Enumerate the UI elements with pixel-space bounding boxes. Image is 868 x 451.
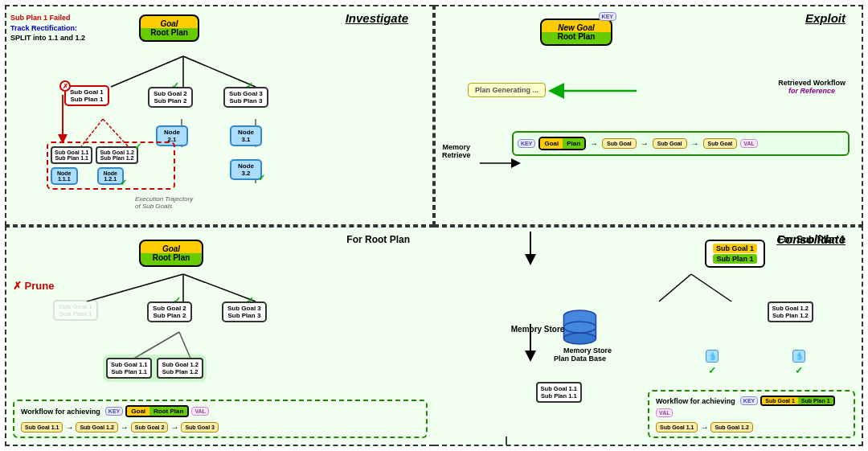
wf-sub-item2: Sub Goal 1.2: [710, 422, 752, 433]
cylinder-11: 💧: [706, 350, 719, 363]
memory-store-label: Memory Store: [563, 346, 612, 355]
sub-plan-2-label: Sub Plan 2: [154, 97, 187, 105]
new-goal-label: New Goal: [548, 23, 604, 32]
workflow-sub-goal-label: Sub Goal 1: [762, 397, 798, 404]
quadrant-consolidate-right: Consolidate Plan Data Base Memory Store …: [434, 226, 863, 447]
cons-sub-sub-goals: Sub Goal 1.1 Sub Plan 1.1 Sub Goal 1.2 S…: [103, 355, 207, 382]
check-1-2-1: ✓: [120, 178, 127, 188]
cons-right-sub11-box: Sub Goal 1.1 Sub Plan 1.1: [536, 382, 582, 403]
arrow3: →: [691, 139, 699, 148]
database-icon: [562, 310, 598, 350]
check-1-2: ✓: [134, 141, 141, 152]
node-1-1-1: Node1.1.1: [51, 167, 78, 185]
sub-goal-1-label: Sub Goal 1: [70, 88, 104, 96]
workflow-sub-achieving-label: Workflow for achieving: [656, 397, 735, 405]
cons-right-sub12: Sub Goal 1.2 Sub Plan 1.2: [768, 301, 813, 322]
failure-line1: Sub Plan 1 Failed: [10, 13, 85, 23]
cons-sub2-plan: Sub Plan 2: [153, 312, 186, 319]
exploit-goal-plan-inner: Goal Plan: [538, 137, 586, 150]
workflow-sub-val: VAL: [656, 408, 673, 417]
workflow-goal-plan: Goal Root Plan: [125, 405, 189, 417]
sub-goal-2-label: Sub Goal 2: [154, 90, 187, 97]
cons-sub-goal-2: Sub Goal 2 Sub Plan 2: [147, 301, 192, 322]
arrow1: →: [590, 139, 598, 148]
cons-right-check11: 💧 ✓: [706, 350, 719, 377]
failure-description: Sub Plan 1 Failed Track Rectification: S…: [10, 13, 85, 43]
sub-sub-goals-box: Sub Goal 1.1 Sub Plan 1.1 Sub Goal 1.2 S…: [47, 141, 175, 190]
quadrant-investigate: Investigate Sub Plan 1 Failed Track Rect…: [5, 5, 434, 226]
svg-line-10: [87, 274, 183, 301]
plan-generating-text: Plan Generating ...: [468, 83, 546, 97]
wf-item3: Sub Goal 2: [131, 422, 169, 433]
plan-generating-box: Plan Generating ...: [468, 83, 546, 97]
workflow-key: KEY: [105, 407, 123, 416]
faded-sub-goal-1: Sub Goal 1 Sub Plan 1: [53, 300, 98, 321]
main-container: Investigate Sub Plan 1 Failed Track Rect…: [0, 0, 868, 451]
cons-sub-goal-3: Sub Goal 3 Sub Plan 3: [222, 301, 267, 322]
cons-sub2-goal: Sub Goal 2: [153, 305, 186, 312]
cons-root-goal: Goal: [147, 244, 195, 253]
cons-sub12: Sub Goal 1.2 Sub Plan 1.2: [157, 358, 203, 379]
for-root-plan-label: For Root Plan: [346, 234, 410, 245]
node-1-2-1: Node1.2.1 ✓: [97, 167, 125, 185]
wf-item4: Sub Goal 3: [181, 422, 219, 433]
exploit-val: VAL: [740, 139, 757, 148]
exploit-title: Exploit: [805, 11, 845, 25]
check-node32: ✓: [258, 173, 265, 183]
new-goal-root-box: KEY New Goal Root Plan: [540, 18, 612, 46]
wf-arrow2: →: [121, 423, 129, 432]
exploit-goal-inner-label: Goal: [540, 138, 563, 149]
root-goal-label: Goal: [147, 19, 191, 28]
sub-goal-2-investigate: Sub Goal 2 Sub Plan 2: [148, 87, 193, 108]
node-3-2: Node3.2 ✓: [230, 159, 262, 180]
exploit-workflow-box: KEY Goal Plan → Sub Goal → Sub Goal → Su…: [512, 131, 850, 156]
prune-label: ✗ Prune: [13, 280, 54, 292]
svg-line-21: [659, 274, 691, 301]
arrow2: →: [641, 139, 649, 148]
root-goal-plan: Goal Root Plan: [139, 14, 199, 42]
sub-goal-3-label: Sub Goal 3: [229, 90, 263, 97]
for-sub-plan-label: For Sub Plan 1: [778, 234, 845, 245]
investigate-title: Investigate: [346, 11, 408, 25]
svg-line-12: [183, 274, 256, 301]
workflow-sub-box: Workflow for achieving KEY Sub Goal 1 Su…: [648, 390, 855, 438]
exploit-svg: [436, 6, 862, 224]
sub-plan1-root-box: Sub Goal 1 Sub Plan 1: [705, 240, 765, 268]
wf-item1: Sub Goal 1.1: [21, 422, 63, 433]
database-label: Plan Data Base: [554, 355, 606, 363]
workflow-sub-goal-plan: Sub Goal 1 Sub Plan 1: [760, 396, 834, 406]
wf-sub-arrow1: →: [700, 423, 708, 432]
root-plan-label: Root Plan: [147, 28, 191, 37]
consolidate-root-box: Goal Root Plan: [139, 240, 203, 267]
sub-goal-1-investigate: Sub Goal 1 Sub Plan 1 ✗: [64, 85, 109, 106]
retrieved-line2: for Reference: [778, 87, 845, 95]
quadrant-consolidate-left: For Root Plan ✗ Prune Goa: [5, 226, 434, 447]
workflow-plan-label: Root Plan: [149, 407, 187, 416]
sub-goal-3-investigate: Sub Goal 3 Sub Plan 3: [223, 87, 268, 108]
svg-point-17: [563, 333, 596, 344]
retrieved-workflow-label: Retrieved Workflow for Reference: [778, 79, 845, 95]
key-badge-exploit: KEY: [599, 12, 616, 21]
faded-goal-label: Sub Goal 1: [59, 303, 92, 310]
memory-retrieve-label: MemoryRetrieve: [442, 143, 471, 159]
check-11r: ✓: [708, 365, 716, 376]
cylinder-12: 💧: [792, 350, 805, 363]
faded-plan-label: Sub Plan 1: [59, 310, 92, 318]
check-12r: ✓: [795, 365, 803, 376]
cons-root-plan: Root Plan: [147, 253, 195, 262]
svg-line-22: [691, 274, 731, 301]
exec-traj-label: Execution Trajectoryof Sub Goals: [135, 195, 193, 210]
svg-point-18: [563, 322, 596, 333]
failure-line2: Track Rectification:: [10, 23, 85, 34]
sub-plan-1-label: Sub Plan 1: [70, 96, 104, 103]
workflow-goal-label: Goal: [127, 407, 149, 416]
sub1-root-goal: Sub Goal 1: [713, 244, 757, 253]
workflow-chain: Sub Goal 1.1 → Sub Goal 1.2 → Sub Goal 2…: [21, 422, 420, 433]
node-3-1: Node3.1: [230, 125, 262, 146]
workflow-sub-plan-label: Sub Plan 1: [798, 397, 833, 404]
sub-goal-1-1: Sub Goal 1.1 Sub Plan 1.1: [51, 146, 92, 164]
cons-sub3-plan: Sub Plan 3: [227, 312, 261, 319]
exploit-plan-inner-label: Plan: [563, 138, 584, 149]
sub-plan-3-label: Sub Plan 3: [229, 97, 263, 105]
workflow-val: VAL: [191, 407, 208, 416]
